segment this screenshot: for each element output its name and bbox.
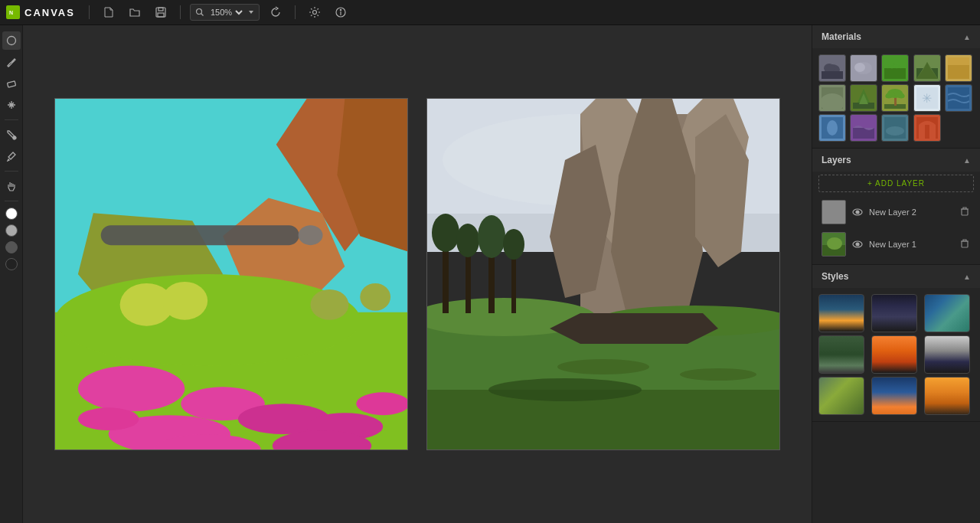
style-item-orange-sunset[interactable]	[871, 335, 917, 374]
layer-item-2[interactable]: New Layer 2	[818, 197, 974, 227]
layer-item-1[interactable]: New Layer 1	[818, 229, 974, 260]
layers-title: Layers	[822, 155, 851, 165]
svg-line-6	[201, 14, 203, 16]
svg-point-7	[312, 11, 316, 15]
svg-point-100	[856, 243, 859, 246]
layers-chevron-icon: ▲	[963, 156, 971, 165]
svg-point-5	[196, 9, 201, 15]
material-hill[interactable]	[818, 84, 846, 112]
svg-point-27	[356, 392, 407, 415]
svg-rect-63	[822, 71, 843, 79]
material-lake[interactable]	[881, 114, 909, 142]
svg-rect-4	[158, 13, 164, 17]
tool-eraser[interactable]	[2, 74, 21, 93]
layers-section: Layers ▲ + ADD LAYER New Layer 2	[812, 149, 980, 265]
svg-point-59	[557, 359, 649, 374]
material-purple-ground[interactable]	[850, 114, 877, 142]
color-white[interactable]	[5, 208, 18, 220]
header: N CANVAS 50% 75% 100% 125%	[0, 0, 980, 25]
style-item-ocean-wave[interactable]	[924, 294, 970, 332]
tool-eyedropper[interactable]	[2, 147, 21, 165]
tool-brush[interactable]	[2, 53, 21, 71]
svg-point-20	[55, 274, 360, 365]
svg-rect-34	[101, 225, 299, 245]
layers-header[interactable]: Layers ▲	[812, 149, 980, 172]
new-file-button[interactable]	[99, 2, 119, 22]
material-cloud-light[interactable]	[850, 54, 877, 82]
photo-canvas[interactable]	[426, 98, 780, 450]
material-sand[interactable]	[945, 54, 972, 82]
layer-1-visibility-button[interactable]	[851, 237, 864, 252]
style-item-forest[interactable]	[818, 335, 864, 374]
app-logo: N CANVAS	[6, 5, 75, 19]
zoom-control[interactable]: 50% 75% 100% 125% 150% 200%	[190, 4, 260, 21]
tool-fill[interactable]	[2, 126, 21, 144]
tool-separator-2	[5, 171, 18, 172]
styles-header[interactable]: Styles ▲	[812, 265, 980, 288]
materials-header[interactable]: Materials ▲	[812, 25, 980, 48]
add-layer-button[interactable]: + ADD LAYER	[818, 175, 974, 192]
svg-point-31	[360, 283, 390, 311]
material-tree[interactable]	[850, 84, 877, 112]
style-item-night-sky[interactable]	[871, 294, 917, 332]
svg-point-60	[680, 368, 756, 381]
materials-section: Materials ▲	[812, 25, 980, 149]
refresh-button[interactable]	[266, 2, 286, 22]
info-button[interactable]	[331, 2, 351, 22]
toolbar-separator-3	[295, 5, 296, 19]
toolbar-separator-2	[180, 5, 181, 19]
style-item-sunset-landscape[interactable]	[818, 294, 864, 332]
segmentation-canvas[interactable]	[54, 98, 408, 450]
style-item-warm-sunset[interactable]	[924, 377, 970, 415]
nvidia-icon: N	[6, 5, 20, 19]
svg-point-54	[456, 224, 479, 257]
style-item-green-field[interactable]	[818, 377, 864, 415]
zoom-icon	[195, 8, 204, 17]
color-black[interactable]	[5, 258, 18, 270]
svg-point-13	[13, 136, 16, 139]
tool-select[interactable]	[2, 31, 21, 50]
tool-transform[interactable]	[2, 96, 21, 114]
svg-point-30	[311, 289, 349, 320]
main-content: Materials ▲	[0, 25, 980, 523]
svg-point-56	[478, 215, 505, 258]
material-snow[interactable]: ✳	[913, 84, 941, 112]
materials-title: Materials	[822, 31, 861, 42]
svg-point-52	[432, 214, 459, 252]
material-arches[interactable]	[913, 114, 941, 142]
photo-canvas-panel	[426, 98, 780, 450]
tool-separator-1	[5, 119, 18, 120]
seg-svg	[55, 99, 407, 449]
settings-button[interactable]	[305, 2, 325, 22]
svg-point-11	[7, 37, 15, 45]
svg-point-26	[78, 407, 139, 430]
layer-2-visibility-button[interactable]	[851, 205, 864, 220]
material-water-blue[interactable]	[818, 114, 846, 142]
zoom-select[interactable]: 50% 75% 100% 125% 150% 200%	[207, 7, 245, 18]
svg-point-65	[854, 63, 865, 72]
layer-2-delete-button[interactable]	[959, 205, 971, 220]
layer-1-name: New Layer 1	[869, 240, 954, 249]
save-file-button[interactable]	[151, 2, 171, 22]
layer-2-name: New Layer 2	[869, 208, 954, 217]
layer-1-delete-button[interactable]	[959, 237, 971, 252]
color-dark-gray[interactable]	[5, 241, 18, 253]
material-cloud-dark[interactable]	[818, 54, 846, 82]
material-grass[interactable]	[881, 54, 909, 82]
material-palm[interactable]	[881, 84, 909, 112]
svg-point-58	[503, 229, 524, 260]
svg-point-94	[856, 211, 859, 214]
styles-section: Styles ▲	[812, 265, 980, 422]
open-file-button[interactable]	[125, 2, 145, 22]
layer-1-thumbnail	[822, 232, 846, 257]
style-item-golden-hour[interactable]	[871, 377, 917, 415]
style-item-misty[interactable]	[924, 335, 970, 374]
color-gray[interactable]	[5, 224, 18, 237]
tool-pan[interactable]	[2, 177, 21, 195]
app-title: CANVAS	[24, 7, 75, 18]
styles-title: Styles	[822, 271, 848, 282]
svg-rect-71	[948, 65, 969, 79]
svg-rect-3	[158, 8, 163, 11]
material-water-wave[interactable]	[945, 84, 972, 112]
material-mountain[interactable]	[913, 54, 941, 82]
